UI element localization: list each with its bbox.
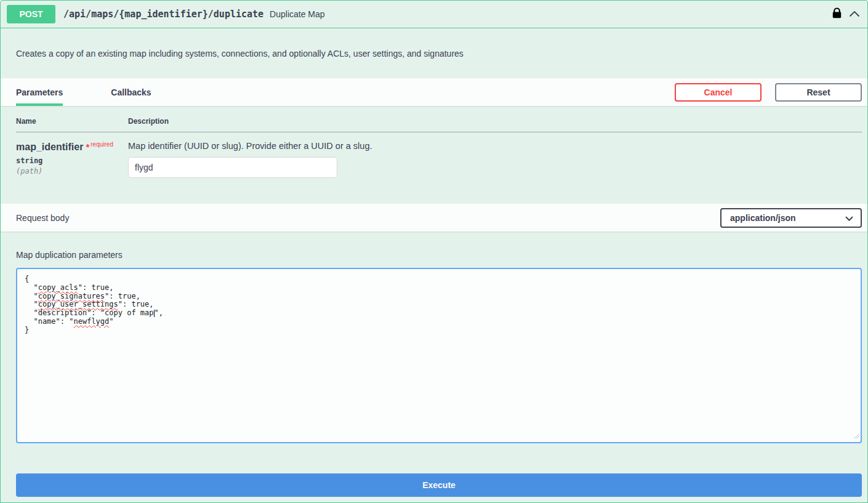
tab-bar: Parameters Callbacks [16, 78, 151, 106]
content-type-value: application/json [730, 213, 796, 223]
tab-callbacks[interactable]: Callbacks [111, 78, 151, 106]
map-identifier-input[interactable] [128, 157, 337, 178]
parameters-header-row: Parameters Callbacks Cancel Reset [1, 78, 867, 106]
chevron-down-icon [845, 213, 853, 223]
code-line: "copy_signatures": true, [25, 292, 853, 301]
parameter-type: string [16, 156, 128, 165]
operation-path: /api/maps/{map_identifier}/duplicate [63, 9, 263, 20]
parameter-description-cell: Map identifier (UUID or slug). Provide e… [128, 132, 862, 179]
required-label: required [90, 141, 113, 148]
column-header-description: Description [128, 117, 862, 132]
chevron-up-icon [849, 10, 860, 19]
content-type-select[interactable]: application/json [720, 208, 862, 228]
collapse-operation-button[interactable] [849, 10, 860, 19]
parameter-description: Map identifier (UUID or slug). Provide e… [128, 141, 862, 151]
resize-grip-icon[interactable] [853, 432, 859, 441]
reset-button[interactable]: Reset [775, 83, 862, 102]
method-badge: POST [7, 5, 55, 23]
try-out-buttons: Cancel Reset [675, 83, 862, 102]
lock-icon [832, 7, 842, 21]
column-header-name: Name [16, 117, 128, 132]
required-star: * [86, 142, 89, 152]
code-line: "name": "newflygd" [25, 318, 853, 326]
body-parameter-description: Map duplication parameters [16, 250, 862, 260]
tab-parameters[interactable]: Parameters [16, 78, 63, 106]
code-line: "copy_user_settings": true, [25, 300, 853, 309]
parameter-name: map_identifier [16, 142, 83, 152]
request-body-label: Request body [16, 213, 69, 223]
code-line: } [25, 326, 853, 335]
code-line: { [25, 275, 853, 284]
request-body-section: Map duplication parameters { "copy_acls"… [1, 231, 867, 443]
execute-button[interactable]: Execute [16, 473, 862, 497]
request-body-editor[interactable]: { "copy_acls": true, "copy_signatures": … [16, 268, 862, 443]
code-line: "copy_acls": true, [25, 284, 853, 292]
parameter-row: map_identifier *required string (path) M… [16, 132, 862, 179]
auth-lock-button[interactable] [832, 7, 842, 21]
cancel-button[interactable]: Cancel [675, 83, 762, 102]
request-body-header-row: Request body application/json [1, 204, 867, 231]
operation-summary-bar[interactable]: POST /api/maps/{map_identifier}/duplicat… [1, 1, 867, 28]
operation-summary-text: Duplicate Map [270, 9, 325, 19]
parameters-section: Name Description map_identifier *require… [1, 106, 867, 204]
code-line: "description": "copy of map", [25, 309, 853, 318]
parameter-location: (path) [16, 167, 128, 175]
execute-wrapper: Execute [1, 443, 867, 502]
parameter-name-cell: map_identifier *required string (path) [16, 132, 128, 179]
operation-panel: POST /api/maps/{map_identifier}/duplicat… [0, 0, 868, 503]
parameters-table: Name Description map_identifier *require… [16, 117, 862, 178]
operation-description: Creates a copy of an existing map includ… [1, 28, 867, 78]
